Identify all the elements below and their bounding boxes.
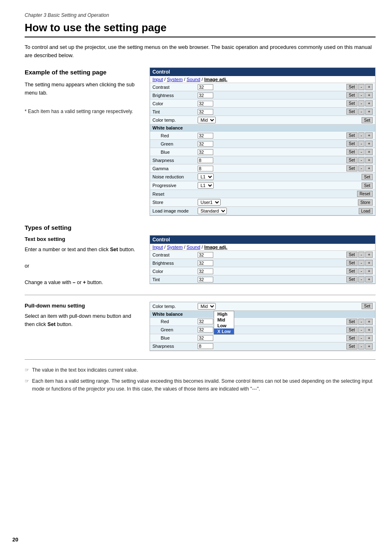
minus-button[interactable]: -	[358, 141, 364, 147]
minus-button[interactable]: -	[358, 157, 364, 163]
set-button[interactable]: Set	[346, 109, 357, 115]
minus-button[interactable]: -	[358, 92, 364, 98]
minus-button[interactable]: -	[358, 252, 364, 258]
set-button[interactable]: Set	[362, 174, 373, 180]
plus-button[interactable]: +	[365, 100, 373, 106]
set-button[interactable]: Set	[346, 276, 357, 282]
plus-button[interactable]: +	[365, 335, 373, 341]
nav-system[interactable]: System	[167, 245, 182, 250]
minus-button[interactable]: -	[358, 109, 364, 115]
red-input[interactable]	[198, 319, 213, 324]
gamma-input[interactable]	[198, 166, 213, 171]
set-button[interactable]: Set	[346, 335, 357, 341]
red-input[interactable]	[198, 133, 213, 139]
noise-reduction-select[interactable]: L1	[198, 173, 214, 180]
table-row: Store User1 Store	[150, 198, 375, 207]
plus-button[interactable]: +	[365, 343, 373, 349]
contrast-input[interactable]	[198, 84, 213, 90]
brightness-input[interactable]	[198, 260, 213, 266]
plus-button[interactable]: +	[365, 319, 373, 325]
plus-button[interactable]: +	[365, 141, 373, 147]
contrast-input[interactable]	[198, 252, 213, 258]
set-button[interactable]: Set	[346, 100, 357, 106]
set-button[interactable]: Set	[346, 327, 357, 333]
color-input[interactable]	[198, 101, 213, 106]
green-input[interactable]	[198, 141, 213, 147]
set-button[interactable]: Set	[362, 303, 373, 309]
minus-button[interactable]: -	[358, 100, 364, 106]
minus-button[interactable]: -	[358, 149, 364, 155]
brightness-input[interactable]	[198, 92, 213, 98]
dropdown-option[interactable]: Mid	[214, 317, 234, 323]
plus-button[interactable]: +	[365, 276, 373, 282]
set-button[interactable]: Set	[346, 252, 357, 258]
minus-button[interactable]: -	[358, 260, 364, 266]
plus-button[interactable]: +	[365, 92, 373, 98]
plus-button[interactable]: +	[365, 260, 373, 266]
plus-button[interactable]: +	[365, 84, 373, 90]
set-button[interactable]: Set	[346, 157, 357, 163]
table-row: Red Set - +	[150, 318, 375, 326]
nav-input[interactable]: Input	[152, 77, 163, 82]
dropdown-option[interactable]: Low	[214, 323, 234, 328]
plus-button[interactable]: +	[365, 252, 373, 258]
dropdown-option[interactable]: X Low	[214, 328, 234, 334]
store-button[interactable]: Store	[358, 199, 373, 206]
set-button[interactable]: Set	[362, 117, 373, 123]
store-select[interactable]: User1	[198, 199, 221, 206]
plus-button[interactable]: +	[365, 165, 373, 171]
set-button[interactable]: Set	[346, 319, 357, 325]
green-input[interactable]	[198, 327, 213, 333]
reset-button[interactable]: Reset	[357, 191, 373, 197]
dropdown-option[interactable]: High	[214, 311, 234, 317]
nav-image-adj[interactable]: Image adj.	[204, 245, 227, 250]
nav-sound[interactable]: Sound	[187, 245, 200, 250]
progressive-select[interactable]: L1	[198, 182, 214, 189]
set-button[interactable]: Set	[346, 84, 357, 90]
set-button[interactable]: Set	[346, 149, 357, 155]
set-button[interactable]: Set	[346, 141, 357, 147]
tint-input[interactable]	[198, 109, 213, 115]
row-value	[198, 335, 218, 341]
minus-button[interactable]: -	[358, 132, 364, 139]
sharpness-input[interactable]	[198, 157, 213, 163]
minus-button[interactable]: -	[358, 335, 364, 341]
set-button[interactable]: Set	[346, 343, 357, 349]
minus-button[interactable]: -	[358, 165, 364, 171]
plus-button[interactable]: +	[365, 109, 373, 115]
row-value: L1	[198, 173, 218, 180]
plus-button[interactable]: +	[365, 327, 373, 333]
plus-button[interactable]: +	[365, 132, 373, 139]
plus-button[interactable]: +	[365, 268, 373, 274]
set-button[interactable]: Set	[346, 132, 357, 139]
minus-button[interactable]: -	[358, 276, 364, 282]
set-button[interactable]: Set	[362, 183, 373, 189]
nav-system[interactable]: System	[167, 77, 182, 82]
load-image-mode-select[interactable]: Standard	[198, 208, 227, 214]
minus-button[interactable]: -	[358, 327, 364, 333]
set-button[interactable]: Set	[346, 268, 357, 274]
minus-button[interactable]: -	[358, 343, 364, 349]
set-button[interactable]: Set	[346, 92, 357, 98]
plus-button[interactable]: +	[365, 157, 373, 163]
nav-sound[interactable]: Sound	[187, 77, 200, 82]
color-temp-pulldown-select[interactable]: Mid	[198, 303, 216, 310]
load-button[interactable]: Load	[359, 208, 373, 214]
blue-input[interactable]	[198, 149, 213, 155]
tint-input[interactable]	[198, 277, 213, 282]
set-button[interactable]: Set	[346, 260, 357, 266]
sharpness-input[interactable]	[198, 343, 213, 349]
color-input[interactable]	[198, 268, 213, 274]
nav-input[interactable]: Input	[152, 245, 163, 250]
minus-button[interactable]: -	[358, 319, 364, 325]
page-title: How to use the setting page	[25, 21, 376, 37]
row-label: Brightness	[152, 261, 198, 266]
set-button[interactable]: Set	[346, 165, 357, 171]
color-temp-select[interactable]: Mid	[198, 117, 216, 123]
blue-input[interactable]	[198, 335, 213, 341]
minus-button[interactable]: -	[358, 84, 364, 90]
plus-button[interactable]: +	[365, 149, 373, 155]
nav-image-adj[interactable]: Image adj.	[204, 77, 227, 82]
minus-button[interactable]: -	[358, 268, 364, 274]
row-label: Sharpness	[152, 158, 198, 163]
